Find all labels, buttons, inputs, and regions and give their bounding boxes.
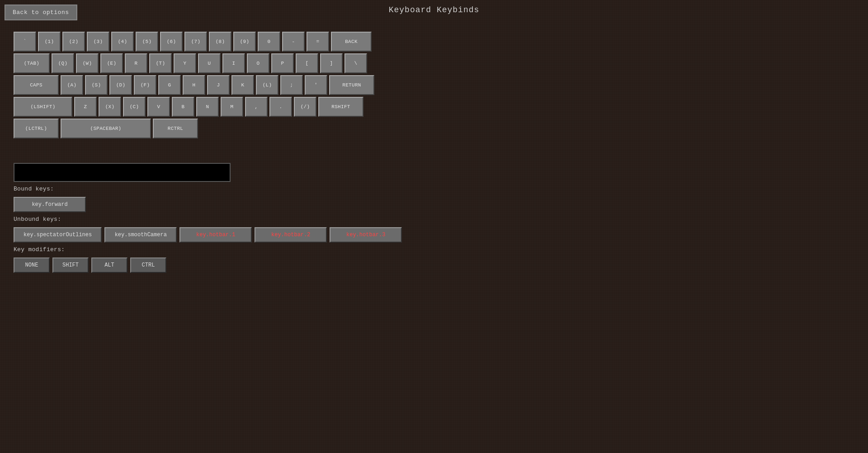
key-spacebar[interactable]: (SPACEBAR) <box>61 119 151 138</box>
unbound-key-spectator-outlines[interactable]: key.spectatorOutlines <box>14 227 102 243</box>
key-n[interactable]: N <box>196 97 219 117</box>
key-lbracket[interactable]: [ <box>296 53 318 73</box>
key-tab[interactable]: (TAB) <box>14 53 50 73</box>
key-0[interactable]: 0 <box>258 32 280 52</box>
key-rbracket[interactable]: ] <box>320 53 343 73</box>
key-equals[interactable]: = <box>307 32 329 52</box>
key-t[interactable]: (T) <box>149 53 172 73</box>
key-5[interactable]: (5) <box>136 32 158 52</box>
key-i[interactable]: I <box>222 53 245 73</box>
key-period[interactable]: . <box>269 97 292 117</box>
key-u[interactable]: U <box>198 53 221 73</box>
key-j[interactable]: J <box>207 75 230 95</box>
key-l[interactable]: (L) <box>256 75 278 95</box>
keyboard-row-2: (TAB) (Q) (W) (E) R (T) Y U I O P [ ] \ <box>14 53 374 73</box>
key-backspace[interactable]: BACK <box>331 32 372 52</box>
key-lshift[interactable]: (LSHIFT) <box>14 97 72 117</box>
key-w[interactable]: (W) <box>76 53 99 73</box>
modifier-row: NONE SHIFT ALT CTRL <box>14 257 854 273</box>
key-semicolon[interactable]: ; <box>280 75 303 95</box>
key-d[interactable]: (D) <box>109 75 132 95</box>
key-9[interactable]: (9) <box>233 32 256 52</box>
key-7[interactable]: (7) <box>184 32 207 52</box>
unbound-keys-row: key.spectatorOutlines key.smoothCamera k… <box>14 227 854 243</box>
key-2[interactable]: (2) <box>62 32 85 52</box>
bound-key-forward[interactable]: key.forward <box>14 197 86 212</box>
key-minus[interactable]: - <box>282 32 305 52</box>
key-rshift[interactable]: RSHIFT <box>318 97 363 117</box>
key-z[interactable]: Z <box>74 97 97 117</box>
back-to-options-button[interactable]: Back to options <box>5 5 77 20</box>
unbound-key-hotbar-3[interactable]: key.hotbar.3 <box>330 227 402 243</box>
key-4[interactable]: (4) <box>111 32 134 52</box>
key-k[interactable]: K <box>231 75 254 95</box>
keyboard-layout: ` (1) (2) (3) (4) (5) (6) (7) (8) (9) 0 … <box>14 32 374 140</box>
key-p[interactable]: P <box>271 53 294 73</box>
key-b[interactable]: B <box>172 97 194 117</box>
key-a[interactable]: (A) <box>61 75 83 95</box>
bottom-area: Bound keys: key.forward Unbound keys: ke… <box>14 163 854 273</box>
key-q[interactable]: (Q) <box>52 53 74 73</box>
key-c[interactable]: (C) <box>123 97 146 117</box>
keyboard-row-5: (LCTRL) (SPACEBAR) RCTRL <box>14 119 374 138</box>
key-lctrl[interactable]: (LCTRL) <box>14 119 59 138</box>
key-backslash[interactable]: \ <box>344 53 367 73</box>
key-comma[interactable]: , <box>245 97 268 117</box>
key-y[interactable]: Y <box>174 53 196 73</box>
unbound-key-smooth-camera[interactable]: key.smoothCamera <box>104 227 177 243</box>
modifier-none[interactable]: NONE <box>14 257 50 273</box>
modifier-ctrl[interactable]: CTRL <box>130 257 166 273</box>
page-title: Keyboard Keybinds <box>0 0 868 14</box>
key-o[interactable]: O <box>247 53 269 73</box>
key-3[interactable]: (3) <box>87 32 109 52</box>
key-m[interactable]: M <box>221 97 243 117</box>
key-r[interactable]: R <box>125 53 147 73</box>
key-backtick[interactable]: ` <box>14 32 36 52</box>
key-6[interactable]: (6) <box>160 32 183 52</box>
key-g[interactable]: G <box>158 75 181 95</box>
key-e[interactable]: (E) <box>100 53 123 73</box>
key-return[interactable]: RETURN <box>329 75 374 95</box>
key-slash[interactable]: (/) <box>294 97 316 117</box>
key-f[interactable]: (F) <box>134 75 156 95</box>
keyboard-row-4: (LSHIFT) Z (X) (C) V B N M , . (/) RSHIF… <box>14 97 374 117</box>
bound-keys-label: Bound keys: <box>14 186 854 192</box>
modifier-shift[interactable]: SHIFT <box>52 257 89 273</box>
key-modifiers-label: Key modifiers: <box>14 246 854 253</box>
key-v[interactable]: V <box>147 97 170 117</box>
key-1[interactable]: (1) <box>38 32 61 52</box>
key-quote[interactable]: ' <box>305 75 327 95</box>
unbound-key-hotbar-1[interactable]: key.hotbar.1 <box>179 227 252 243</box>
key-rctrl[interactable]: RCTRL <box>153 119 198 138</box>
key-caps[interactable]: CAPS <box>14 75 59 95</box>
bound-keys-row: key.forward <box>14 197 854 212</box>
unbound-keys-label: Unbound keys: <box>14 216 854 223</box>
key-x[interactable]: (X) <box>99 97 121 117</box>
key-h[interactable]: H <box>183 75 205 95</box>
keyboard-row-1: ` (1) (2) (3) (4) (5) (6) (7) (8) (9) 0 … <box>14 32 374 52</box>
keyboard-row-3: CAPS (A) (S) (D) (F) G H J K (L) ; ' RET… <box>14 75 374 95</box>
modifier-alt[interactable]: ALT <box>91 257 127 273</box>
unbound-key-hotbar-2[interactable]: key.hotbar.2 <box>255 227 327 243</box>
key-8[interactable]: (8) <box>209 32 231 52</box>
key-input-bar[interactable] <box>14 163 231 182</box>
key-s[interactable]: (S) <box>85 75 108 95</box>
